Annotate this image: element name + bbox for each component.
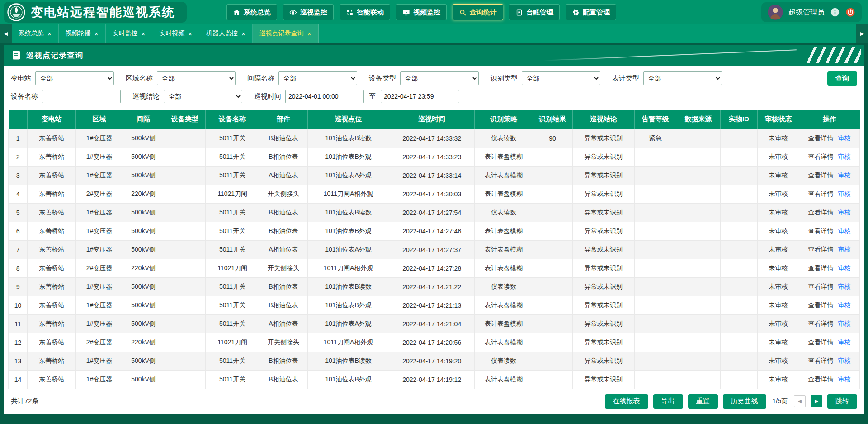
tab-close-icon[interactable]: × bbox=[94, 30, 99, 37]
jump-button[interactable]: 跳转 bbox=[827, 394, 857, 409]
view-detail-link[interactable]: 查看详情 bbox=[808, 320, 833, 327]
view-detail-link[interactable]: 查看详情 bbox=[808, 209, 833, 216]
tab-close-icon[interactable]: × bbox=[241, 30, 245, 37]
view-detail-link[interactable]: 查看详情 bbox=[808, 227, 833, 234]
table-cell bbox=[720, 277, 757, 296]
tabs-scroll-left-button[interactable]: ◀ bbox=[0, 24, 12, 43]
history-curve-button[interactable]: 历史曲线 bbox=[723, 394, 766, 409]
conclusion-select[interactable]: 全部 bbox=[164, 90, 242, 103]
app-root: 变电站远程智能巡视系统 系统总览巡视监控智能联动视频监控查询统计台账管理配置管理… bbox=[0, 0, 868, 414]
table-cell: 2#变压器 bbox=[76, 259, 123, 277]
nav-video-monitoring-button[interactable]: 视频监控 bbox=[396, 4, 447, 20]
table-cell bbox=[720, 222, 757, 240]
eye-icon bbox=[289, 9, 297, 16]
view-detail-link[interactable]: 查看详情 bbox=[808, 376, 833, 383]
audit-link[interactable]: 审核 bbox=[838, 209, 850, 216]
tab-system-overview[interactable]: 系统总览× bbox=[12, 24, 59, 43]
tab-close-icon[interactable]: × bbox=[142, 30, 146, 37]
view-detail-link[interactable]: 查看详情 bbox=[808, 264, 833, 272]
audit-link[interactable]: 审核 bbox=[838, 301, 850, 309]
table-cell: 4 bbox=[9, 185, 28, 203]
tab-close-icon[interactable]: × bbox=[307, 30, 311, 37]
nav-query-statistics-button[interactable]: 查询统计 bbox=[453, 4, 503, 20]
audit-link[interactable]: 审核 bbox=[838, 227, 850, 234]
audit-link[interactable]: 审核 bbox=[838, 338, 850, 346]
audit-link[interactable]: 审核 bbox=[838, 134, 850, 142]
tab-patrol-record-query[interactable]: 巡视点记录查询× bbox=[253, 24, 319, 43]
view-detail-link[interactable]: 查看详情 bbox=[808, 246, 833, 253]
audit-link[interactable]: 审核 bbox=[838, 172, 850, 179]
tabs-scroll-right-button[interactable]: ▶ bbox=[856, 24, 868, 43]
filter-select-recognition-type[interactable]: 全部 bbox=[522, 71, 600, 85]
view-detail-link[interactable]: 查看详情 bbox=[808, 134, 833, 142]
audit-link[interactable]: 审核 bbox=[838, 320, 850, 327]
table-cell bbox=[533, 259, 572, 277]
tab-video-carousel[interactable]: 视频轮播× bbox=[59, 24, 106, 43]
search-button[interactable]: 查询 bbox=[827, 71, 857, 86]
tab-close-icon[interactable]: × bbox=[188, 30, 192, 37]
view-detail-link[interactable]: 查看详情 bbox=[808, 172, 833, 179]
view-detail-link[interactable]: 查看详情 bbox=[808, 153, 833, 160]
table-cell: 未审核 bbox=[758, 240, 799, 259]
filter-select-meter-type[interactable]: 全部 bbox=[643, 71, 722, 85]
tab-realtime-monitoring[interactable]: 实时监控× bbox=[106, 24, 153, 43]
view-detail-link[interactable]: 查看详情 bbox=[808, 357, 833, 364]
filter-select-bay-name[interactable]: 全部 bbox=[278, 71, 357, 85]
time-from-input[interactable] bbox=[285, 90, 364, 103]
next-page-button[interactable]: ▶ bbox=[811, 395, 822, 407]
online-report-button[interactable]: 在线报表 bbox=[605, 394, 648, 409]
info-icon[interactable] bbox=[830, 7, 840, 17]
nav-patrol-monitoring-button[interactable]: 巡视监控 bbox=[283, 4, 334, 20]
table-cell: 表计表盘模糊 bbox=[475, 148, 533, 166]
tab-robot-monitoring[interactable]: 机器人监控× bbox=[199, 24, 253, 43]
audit-link[interactable]: 审核 bbox=[838, 190, 850, 197]
table-cell: 表计表盘模糊 bbox=[475, 185, 533, 203]
table-cell: 101油位表A外观 bbox=[308, 314, 389, 333]
table-cell: 2#变压器 bbox=[76, 333, 123, 352]
table-cell bbox=[635, 296, 676, 314]
table-cell: 东善桥站 bbox=[28, 166, 76, 185]
prev-page-button[interactable]: ◀ bbox=[794, 395, 806, 407]
table-row: 10东善桥站1#变压器500kV侧5011开关B相油位表101油位表B外观202… bbox=[9, 296, 860, 314]
ledger-icon bbox=[515, 9, 523, 16]
tab-close-icon[interactable]: × bbox=[47, 30, 52, 37]
audit-link[interactable]: 审核 bbox=[838, 153, 850, 160]
device-name-group: 设备名称 bbox=[11, 90, 121, 103]
audit-link[interactable]: 审核 bbox=[838, 376, 850, 383]
audit-link[interactable]: 审核 bbox=[838, 357, 850, 364]
tab-bar: ◀ 系统总览×视频轮播×实时监控×实时视频×机器人监控×巡视点记录查询× ▶ bbox=[0, 24, 868, 43]
table-cell: A相油位表 bbox=[259, 166, 307, 185]
audit-link[interactable]: 审核 bbox=[838, 246, 850, 253]
nav-config-management-button[interactable]: 配置管理 bbox=[566, 4, 616, 20]
nav-smart-linkage-button[interactable]: 智能联动 bbox=[340, 4, 390, 20]
filter-select-region-name[interactable]: 全部 bbox=[157, 71, 236, 85]
view-detail-link[interactable]: 查看详情 bbox=[808, 283, 833, 290]
avatar[interactable] bbox=[768, 5, 783, 20]
export-button[interactable]: 导出 bbox=[653, 394, 683, 409]
tab-realtime-video[interactable]: 实时视频× bbox=[152, 24, 199, 43]
audit-link[interactable]: 审核 bbox=[838, 283, 850, 290]
table-cell: 异常或未识别 bbox=[572, 185, 635, 203]
nav-ledger-management-button[interactable]: 台账管理 bbox=[509, 4, 560, 20]
reset-button[interactable]: 重置 bbox=[688, 394, 718, 409]
table-cell: 异常或未识别 bbox=[572, 203, 635, 222]
logout-power-icon[interactable] bbox=[845, 7, 855, 17]
audit-link[interactable]: 审核 bbox=[838, 264, 850, 272]
view-detail-link[interactable]: 查看详情 bbox=[808, 301, 833, 309]
table-cell: 2022-04-17 14:33:23 bbox=[389, 148, 474, 166]
device-name-input[interactable] bbox=[42, 90, 121, 103]
view-detail-link[interactable]: 查看详情 bbox=[808, 190, 833, 197]
table-row: 4东善桥站2#变压器220kV侧11021刀闸开关侧接头1011刀闸A相外观20… bbox=[9, 185, 860, 203]
filter-select-device-type[interactable]: 全部 bbox=[400, 71, 479, 85]
view-detail-link[interactable]: 查看详情 bbox=[808, 338, 833, 346]
page-info: 1/5页 bbox=[773, 397, 788, 405]
table-cell bbox=[164, 185, 206, 203]
filter-select-station[interactable]: 全部 bbox=[35, 71, 114, 85]
table-cell: 2022-04-17 14:21:13 bbox=[389, 296, 474, 314]
nav-system-overview-button[interactable]: 系统总览 bbox=[226, 4, 277, 20]
table-cell: A相油位表 bbox=[259, 240, 307, 259]
table-cell bbox=[635, 370, 676, 389]
time-to-input[interactable] bbox=[381, 90, 459, 103]
table-row: 14东善桥站1#变压器500kV侧5011开关B相油位表101油位表B外观202… bbox=[9, 370, 860, 389]
list-footer: 共计72条 在线报表 导出 重置 历史曲线 1/5页 ◀ ▶ 跳转 bbox=[4, 389, 864, 414]
